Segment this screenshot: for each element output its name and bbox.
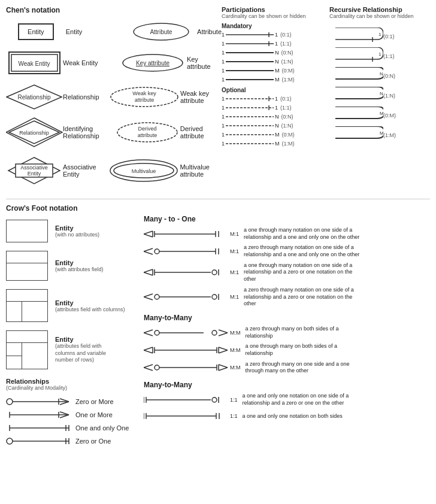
rec-row-2: 1 (1:1) bbox=[329, 47, 431, 65]
mtm-desc-1: a zero through many on both sides of a r… bbox=[246, 326, 365, 339]
cf-entity-rows-body bbox=[7, 343, 47, 369]
rec-line-5: M bbox=[329, 107, 383, 125]
part-right-6: M bbox=[275, 77, 280, 83]
svg-point-103 bbox=[212, 330, 217, 335]
part-mand-row-4: 1 N (1:N) bbox=[222, 58, 329, 65]
part-opt-left-1: 1 bbox=[222, 96, 225, 102]
mtm-desc-3: a zero through many on one side and a on… bbox=[246, 361, 365, 375]
svg-point-55 bbox=[7, 399, 13, 405]
rec-line-4: N bbox=[329, 87, 383, 105]
oto-desc-2: a one and only one notation on both side… bbox=[243, 413, 343, 420]
svg-text:Multivalue: Multivalue bbox=[132, 168, 156, 174]
rec-card-5: (0:M) bbox=[383, 113, 396, 119]
rec-card-4: (1:N) bbox=[383, 93, 395, 99]
svg-point-80 bbox=[155, 249, 159, 254]
part-opt-row-1: 1 1 (0:1) bbox=[222, 95, 329, 102]
part-opt-card-4: (1:N) bbox=[281, 123, 293, 129]
cf-zero-more-line bbox=[6, 397, 72, 406]
weak-key-svg: Weak key attribute bbox=[108, 86, 180, 108]
entity-label: Entity bbox=[66, 28, 126, 35]
part-opt-right-6: M bbox=[275, 141, 280, 147]
svg-text:Key attribute: Key attribute bbox=[136, 60, 170, 66]
weak-entity-svg: Weak Entity bbox=[6, 49, 63, 77]
part-left-3: 1 bbox=[222, 50, 225, 56]
recursive-section: Recursive Relationship Cardinality can b… bbox=[329, 6, 431, 194]
cf-zero-one-label: Zero or One bbox=[75, 438, 111, 445]
part-card-1: (0:1) bbox=[280, 32, 292, 38]
rec-line-1: 1 bbox=[329, 28, 383, 45]
svg-line-107 bbox=[144, 347, 153, 350]
mtm-ratio-3: M:M bbox=[230, 365, 241, 371]
part-right-5: M bbox=[275, 68, 280, 74]
many-to-one-title: Many - to - One bbox=[144, 215, 430, 223]
oto-row-2: 1:1 a one and only one notation on both … bbox=[144, 410, 430, 422]
weak-key-shape: Weak key attribute bbox=[108, 86, 180, 108]
part-card-6: (1:M) bbox=[282, 77, 295, 83]
part-right-3: N bbox=[275, 50, 279, 56]
svg-line-121 bbox=[219, 368, 228, 371]
part-opt-card-6: (1:M) bbox=[282, 141, 295, 147]
identifying-svg: Relationship bbox=[6, 117, 63, 147]
mandatory-title: Mandatory bbox=[222, 23, 329, 29]
mto-line-4 bbox=[144, 291, 228, 303]
part-opt-row-2: 1 1 (1:1) bbox=[222, 104, 329, 111]
part-opt-left-2: 1 bbox=[222, 105, 225, 111]
relationship-label: Relationship bbox=[63, 93, 108, 101]
identifying-shape: Relationship bbox=[6, 117, 63, 147]
mtm-row-1: M:M a zero through many on both sides of… bbox=[144, 326, 430, 339]
part-opt-right-2: 1 bbox=[275, 105, 278, 111]
multivalue-label: Multivalue attribute bbox=[180, 163, 222, 178]
key-attr-shape: Key attribute bbox=[119, 53, 187, 73]
part-left-4: 1 bbox=[222, 59, 225, 65]
cf-entity-col-left bbox=[7, 302, 22, 321]
mto-row-2: M:1 a zero through many notation on one … bbox=[144, 244, 430, 258]
rec-row-3: N (0:N) bbox=[329, 67, 431, 85]
rec-line-3: N bbox=[329, 67, 383, 85]
part-right-1: 1 bbox=[275, 32, 278, 38]
part-opt-row-5: 1 M (0:M) bbox=[222, 131, 329, 138]
part-opt-right-5: M bbox=[275, 132, 280, 138]
part-mand-row-2: 1 1 (1:1) bbox=[222, 40, 329, 47]
cf-entity-simple-row: Entity (with no attributes) bbox=[6, 220, 144, 242]
key-attr-svg: Key attribute bbox=[120, 53, 186, 73]
svg-text:1: 1 bbox=[379, 51, 382, 57]
chen-row-identifying: Relationship Identifying Relationship De… bbox=[6, 117, 222, 147]
part-line-mand-2 bbox=[226, 40, 274, 47]
chen-section: Chen's notation Entity Entity Attribute … bbox=[6, 6, 222, 194]
right-sections: Participations Cardinality can be shown … bbox=[222, 6, 431, 194]
cf-entity-rows-col-left bbox=[7, 343, 22, 369]
svg-line-108 bbox=[144, 350, 153, 353]
mto-desc-4: a zero through many notation on one side… bbox=[244, 287, 364, 308]
cf-entity-cols-label: Entity (attributes field with columns) bbox=[55, 299, 125, 312]
weak-entity-label: Weak Entity bbox=[63, 59, 119, 66]
part-line-mand-4 bbox=[226, 58, 274, 65]
svg-point-127 bbox=[212, 397, 217, 402]
svg-text:attribute: attribute bbox=[138, 132, 158, 138]
cf-rows-right bbox=[22, 343, 47, 369]
cf-entity-rows-row: Entity (attributes field with columns an… bbox=[6, 330, 144, 369]
mtm-ratio-2: M:M bbox=[230, 347, 241, 353]
cf-entity-cols-body bbox=[7, 302, 47, 321]
part-opt-left-6: 1 bbox=[222, 141, 225, 147]
rec-row-5: M (0:M) bbox=[329, 107, 431, 125]
svg-text:Relationship: Relationship bbox=[19, 130, 49, 136]
part-opt-card-5: (0:M) bbox=[282, 132, 295, 138]
participations-subtitle: Cardinality can be shown or hidden bbox=[222, 13, 329, 19]
oto-ratio-1: 1:1 bbox=[230, 397, 238, 403]
chen-row-entity: Entity Entity Attribute Attribute bbox=[6, 22, 222, 42]
rec-row-6: M (1:M) bbox=[329, 126, 431, 144]
divider-1 bbox=[6, 199, 430, 199]
relationship-shape: Relationship bbox=[6, 84, 63, 110]
relationships-section: Relationships (Cardinality and Modality) bbox=[6, 378, 144, 391]
associative-svg: Associative Entity bbox=[6, 154, 63, 187]
svg-line-120 bbox=[219, 365, 228, 368]
part-line-opt-3 bbox=[226, 113, 274, 120]
svg-text:attribute: attribute bbox=[135, 97, 155, 103]
part-left-1: 1 bbox=[222, 32, 225, 38]
optional-title: Optional bbox=[222, 87, 329, 93]
cf-entity-attr-row: Entity (with attributes field) bbox=[6, 251, 144, 281]
participations-section: Participations Cardinality can be shown … bbox=[222, 6, 329, 194]
cf-zero-more-label: Zero or More bbox=[75, 398, 114, 405]
cf-one-more-row: One or More bbox=[6, 410, 144, 420]
rec-row-1: 1 (0:1) bbox=[329, 28, 431, 45]
